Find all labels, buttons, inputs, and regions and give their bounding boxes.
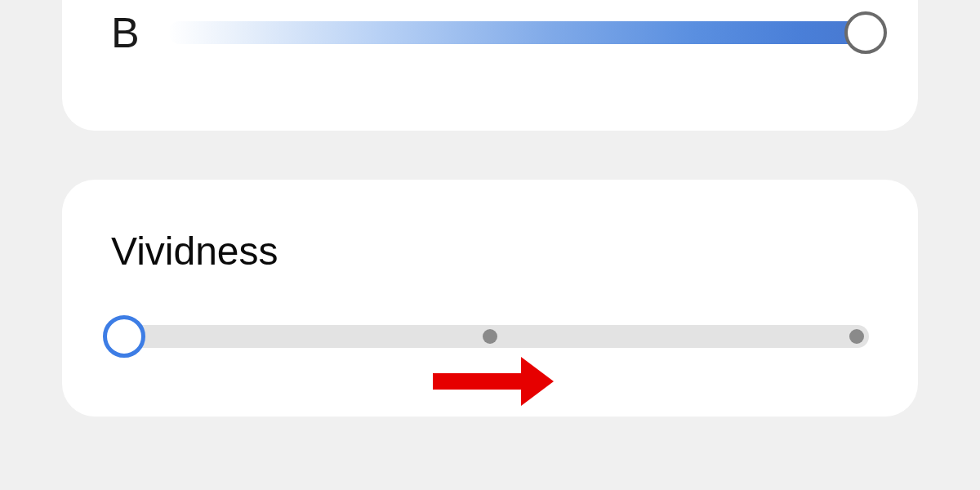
- b-slider-label: B: [111, 8, 168, 57]
- vividness-slider-container: [111, 325, 869, 348]
- vividness-tick-right: [849, 329, 864, 344]
- vividness-tick-mid: [483, 329, 497, 344]
- vividness-title: Vividness: [111, 229, 278, 274]
- vividness-card: Vividness: [62, 180, 918, 416]
- vividness-slider-track[interactable]: [111, 325, 869, 348]
- b-slider-track[interactable]: [168, 21, 869, 44]
- b-slider-card: B: [62, 0, 918, 131]
- vividness-slider-thumb[interactable]: [103, 315, 145, 358]
- b-slider-thumb[interactable]: [844, 11, 887, 54]
- b-slider-row: B: [111, 8, 869, 57]
